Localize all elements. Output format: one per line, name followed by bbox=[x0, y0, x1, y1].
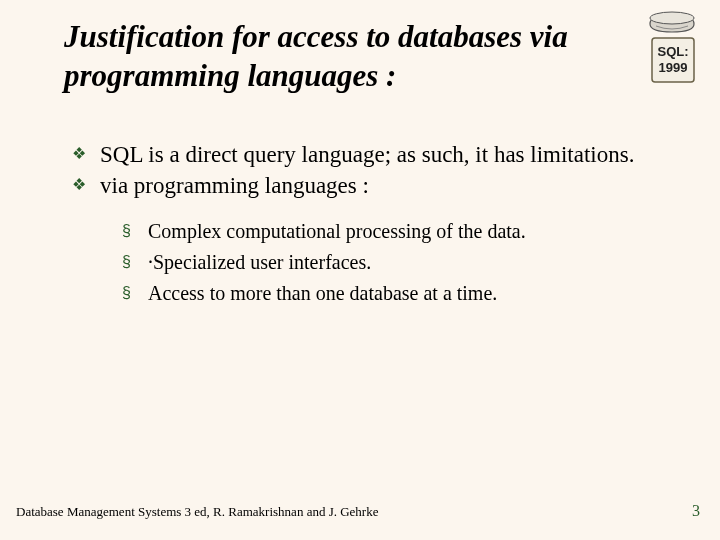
footer-citation: Database Management Systems 3 ed, R. Ram… bbox=[16, 504, 704, 520]
bullet-text: Complex computational processing of the … bbox=[148, 220, 526, 242]
bullet-text: SQL is a direct query language; as such,… bbox=[100, 142, 634, 167]
list-item: Access to more than one database at a ti… bbox=[122, 279, 670, 308]
logo-line1: SQL: bbox=[657, 44, 688, 59]
list-item: via programming languages : bbox=[72, 171, 670, 201]
slide: SQL: 1999 Justification for access to da… bbox=[0, 0, 720, 540]
bullet-text: Access to more than one database at a ti… bbox=[148, 282, 497, 304]
bullet-list-level1: SQL is a direct query language; as such,… bbox=[72, 140, 670, 202]
page-number: 3 bbox=[692, 502, 700, 520]
list-item: Complex computational processing of the … bbox=[122, 217, 670, 246]
logo-line2: 1999 bbox=[659, 60, 688, 75]
slide-title: Justification for access to databases vi… bbox=[64, 18, 670, 96]
bullet-text: ·Specialized user interfaces. bbox=[148, 251, 371, 273]
sql-1999-logo: SQL: 1999 bbox=[644, 10, 702, 84]
list-item: ·Specialized user interfaces. bbox=[122, 248, 670, 277]
bullet-list-level2: Complex computational processing of the … bbox=[122, 217, 670, 308]
list-item: SQL is a direct query language; as such,… bbox=[72, 140, 670, 170]
bullet-text: via programming languages : bbox=[100, 173, 369, 198]
svg-point-0 bbox=[650, 12, 694, 24]
